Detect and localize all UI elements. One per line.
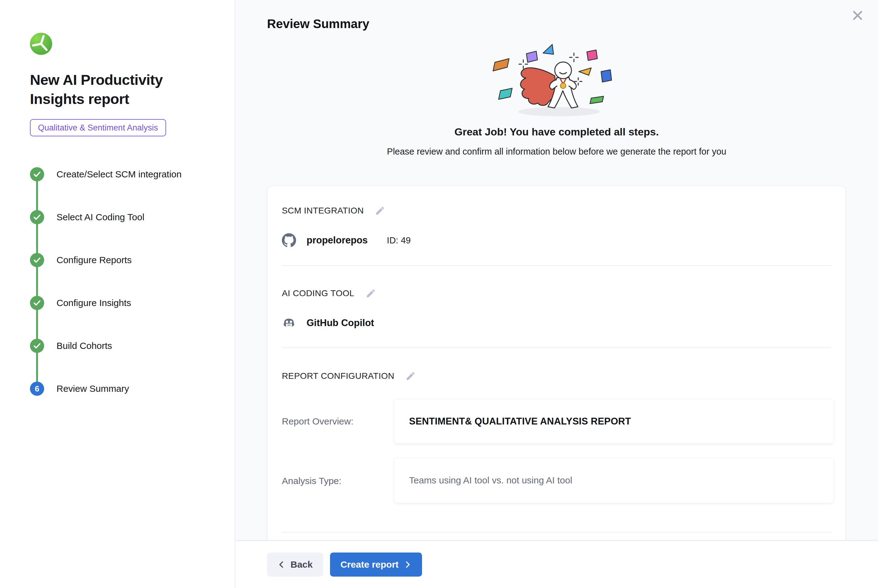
close-button[interactable] — [850, 8, 865, 23]
report-overview-value: SENTIMENT& QUALITATIVE ANALYSIS REPORT — [409, 416, 631, 427]
copilot-icon — [282, 316, 296, 330]
step-label: Configure Insights — [57, 298, 131, 308]
report-title: New AI Productivity Insights report — [30, 70, 203, 109]
step-label: Review Summary — [57, 384, 129, 394]
step-check-icon — [30, 210, 44, 224]
edit-ai-tool-button[interactable] — [365, 288, 376, 298]
ai-tool-name: GitHub Copilot — [307, 318, 374, 328]
step-number-badge: 6 — [30, 382, 44, 396]
report-config-section-text: REPORT CONFIGURATION — [282, 371, 394, 381]
report-overview-box: SENTIMENT& QUALITATIVE ANALYSIS REPORT — [394, 399, 834, 444]
wizard-steps: Create/Select SCM integration Select AI … — [30, 167, 219, 396]
summary-card: SCM INTEGRATION propelorepos ID: 49 AI C… — [268, 186, 846, 550]
pencil-icon — [375, 206, 385, 216]
scm-integration-id: ID: 49 — [387, 236, 410, 246]
divider — [282, 532, 831, 532]
divider — [282, 265, 831, 266]
scm-integration-name: propelorepos — [307, 235, 368, 246]
wizard-footer: Back Create report — [235, 540, 878, 588]
github-icon — [282, 233, 296, 248]
step-item-ai-coding-tool[interactable]: Select AI Coding Tool — [30, 210, 219, 224]
ai-tool-section-text: AI CODING TOOL — [282, 288, 355, 298]
edit-scm-button[interactable] — [375, 206, 385, 216]
ai-tool-row: GitHub Copilot — [282, 316, 374, 330]
page-title: Review Summary — [267, 17, 369, 31]
step-item-configure-reports[interactable]: Configure Reports — [30, 253, 219, 267]
back-button[interactable]: Back — [267, 552, 323, 577]
hero-subtitle: Please review and confirm all informatio… — [235, 147, 878, 157]
step-item-configure-insights[interactable]: Configure Insights — [30, 296, 219, 310]
report-overview-label: Report Overview: — [282, 416, 353, 427]
analysis-type-value: Teams using AI tool vs. not using AI too… — [409, 475, 572, 486]
step-check-icon — [30, 253, 44, 267]
step-label: Select AI Coding Tool — [57, 212, 144, 222]
pencil-icon — [405, 371, 416, 381]
step-check-icon — [30, 339, 44, 353]
create-report-button[interactable]: Create report — [330, 552, 422, 577]
close-icon — [850, 8, 865, 23]
scm-integration-row: propelorepos ID: 49 — [282, 233, 410, 248]
edit-report-config-button[interactable] — [405, 371, 416, 381]
divider — [282, 347, 831, 348]
report-type-badge: Qualitative & Sentiment Analysis — [30, 119, 166, 136]
step-check-icon — [30, 296, 44, 310]
step-label: Configure Reports — [57, 255, 132, 265]
hero-title: Great Job! You have completed all steps. — [235, 126, 878, 138]
step-item-scm-integration[interactable]: Create/Select SCM integration — [30, 167, 219, 182]
ai-tool-section-label: AI CODING TOOL — [282, 288, 376, 298]
create-report-label: Create report — [341, 559, 398, 570]
chevron-left-icon — [278, 561, 286, 568]
analysis-type-box: Teams using AI tool vs. not using AI too… — [394, 458, 834, 503]
scm-section-text: SCM INTEGRATION — [282, 206, 364, 216]
review-summary-panel: Review Summary — [235, 0, 878, 588]
step-item-build-cohorts[interactable]: Build Cohorts — [30, 339, 219, 353]
report-config-section-label: REPORT CONFIGURATION — [282, 371, 416, 381]
completion-hero: Great Job! You have completed all steps.… — [235, 42, 878, 157]
celebration-illustration — [483, 42, 631, 122]
step-check-icon — [30, 167, 44, 182]
pencil-icon — [365, 288, 376, 298]
scm-section-label: SCM INTEGRATION — [282, 206, 385, 216]
step-label: Create/Select SCM integration — [57, 169, 182, 180]
propelo-logo-icon — [30, 33, 52, 55]
wizard-sidebar: New AI Productivity Insights report Qual… — [0, 0, 235, 588]
back-button-label: Back — [290, 559, 313, 570]
step-item-review-summary[interactable]: 6 Review Summary — [30, 382, 219, 396]
analysis-type-label: Analysis Type: — [282, 476, 341, 486]
chevron-right-icon — [403, 561, 412, 568]
step-label: Build Cohorts — [57, 340, 112, 351]
